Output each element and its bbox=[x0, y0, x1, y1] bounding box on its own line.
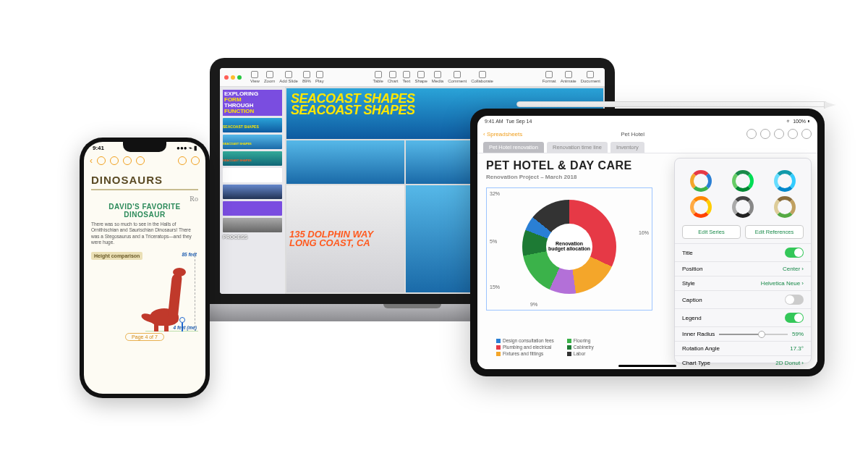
add-icon[interactable] bbox=[774, 129, 784, 139]
slide-thumb-1[interactable]: EXPLORING FORM THROUGH FUNCTION bbox=[223, 90, 282, 116]
toolbar-animate[interactable]: Animate bbox=[561, 71, 576, 83]
figure-label: Height comparison bbox=[91, 252, 142, 260]
doc-title: Pet Hotel bbox=[522, 131, 743, 138]
annotation-tall: 85 feet bbox=[182, 252, 197, 257]
chart-inspector-panel: Chart Style Data Arrange Edit Series Edi… bbox=[674, 158, 812, 363]
inner-radius-slider[interactable] bbox=[719, 334, 788, 335]
add-icon[interactable] bbox=[110, 156, 119, 165]
draw-icon[interactable] bbox=[760, 129, 770, 139]
doc-title: DINOSAURS bbox=[91, 174, 198, 190]
toolbar-comment[interactable]: Comment bbox=[448, 71, 467, 83]
toolbar-zoom[interactable]: Zoom bbox=[264, 71, 275, 83]
apple-pencil bbox=[516, 101, 827, 107]
numbers-app[interactable]: 9:41 AM Tue Sep 14 ᯤ 100% ▮ ‹ Spreadshee… bbox=[477, 116, 817, 369]
edit-references-button[interactable]: Edit References bbox=[745, 225, 804, 239]
toolbar-shape[interactable]: Shape bbox=[414, 71, 427, 83]
pages-app[interactable]: 9:41 ●●● ⌁ ▮ ‹ DINOSAURS Ro DAVID'S FAVO… bbox=[84, 142, 205, 394]
ipad-device: 9:41 AM Tue Sep 14 ᯤ 100% ▮ ‹ Spreadshee… bbox=[470, 109, 825, 376]
toolbar-zoom-pct[interactable]: 89% bbox=[302, 71, 311, 83]
tab-timeline[interactable]: Renovation time line bbox=[547, 142, 608, 153]
donut-chart[interactable]: Renovation budget allocation bbox=[522, 200, 616, 294]
edit-series-button[interactable]: Edit Series bbox=[682, 225, 741, 239]
status-time: 9:41 bbox=[93, 145, 104, 151]
chart-style-option[interactable] bbox=[732, 196, 754, 218]
slide-navigator[interactable]: EXPLORING FORM THROUGH FUNCTION SEACOAST… bbox=[220, 87, 285, 294]
toolbar-media[interactable]: Media bbox=[432, 71, 443, 83]
toolbar-chart[interactable]: Chart bbox=[388, 71, 399, 83]
row-caption: Caption bbox=[675, 290, 811, 308]
pct-label: 5% bbox=[490, 239, 497, 244]
caption-toggle[interactable] bbox=[785, 295, 804, 305]
height-comparison-figure: Height comparison 85 feet 4 feet (me) bbox=[91, 252, 198, 332]
body-paragraph: There was so much to see in the Halls of… bbox=[91, 221, 198, 246]
chart-style-option[interactable] bbox=[774, 170, 796, 192]
sheet-subtitle: Renovation Project – March 2018 bbox=[486, 174, 673, 180]
canvas-address-slide[interactable]: 135 DOLPHIN WAYLONG COAST, CA bbox=[286, 185, 404, 292]
brush-icon[interactable] bbox=[746, 129, 757, 139]
canvas-image[interactable] bbox=[286, 140, 404, 184]
slide-thumb-process[interactable]: PROCESS bbox=[223, 235, 282, 240]
chart-center-label: Renovation budget allocation bbox=[548, 241, 591, 252]
status-icons: ●●● ⌁ ▮ bbox=[176, 145, 197, 151]
sheet-title: PET HOTEL & DAY CARE bbox=[486, 159, 673, 172]
chart-legend: Design consultation fees Flooring Plumbi… bbox=[496, 338, 594, 356]
annotation-short: 4 feet (me) bbox=[173, 325, 197, 330]
slide-thumb-7[interactable] bbox=[223, 201, 282, 216]
draw-icon[interactable] bbox=[136, 156, 145, 165]
pct-label: 16% bbox=[639, 230, 649, 235]
chart-style-option[interactable] bbox=[774, 196, 796, 218]
more-icon[interactable] bbox=[801, 129, 812, 139]
sheet-tabs: Pet Hotel renovation Renovation time lin… bbox=[477, 142, 817, 153]
numbers-header: ‹ Spreadsheets Pet Hotel bbox=[477, 126, 817, 142]
pages-toolbar: ‹ bbox=[84, 153, 205, 168]
donut-chart-selected[interactable]: 32% 16% 5% 15% 9% Renovation budget allo… bbox=[486, 187, 652, 311]
home-indicator[interactable] bbox=[618, 365, 676, 367]
more-icon[interactable] bbox=[191, 156, 200, 165]
tab-inventory[interactable]: Inventory bbox=[610, 142, 644, 153]
dinosaur-silhouette bbox=[145, 266, 196, 332]
slide-thumb-6[interactable] bbox=[223, 185, 282, 199]
iphone-notch bbox=[123, 142, 166, 152]
row-position[interactable]: PositionCenter › bbox=[675, 261, 811, 276]
legend-toggle[interactable] bbox=[785, 313, 804, 323]
spreadsheet-canvas[interactable]: PET HOTEL & DAY CARE Renovation Project … bbox=[486, 159, 673, 363]
slide-thumb-4[interactable]: SEACOAST SHAPES bbox=[223, 151, 282, 166]
slide-thumb-8[interactable] bbox=[223, 218, 282, 232]
toolbar-text[interactable]: Text bbox=[402, 71, 410, 83]
slide-thumb-3[interactable]: SEACOAST SHAPES bbox=[223, 135, 282, 149]
iphone-device: 9:41 ●●● ⌁ ▮ ‹ DINOSAURS Ro DAVID'S FAVO… bbox=[80, 138, 210, 398]
toolbar-table[interactable]: Table bbox=[373, 71, 383, 83]
toolbar-format[interactable]: Format bbox=[542, 71, 556, 83]
slide-thumb-5[interactable] bbox=[223, 168, 282, 182]
chart-style-option[interactable] bbox=[690, 196, 712, 218]
back-button[interactable]: ‹ bbox=[90, 156, 93, 166]
toolbar-add-slide[interactable]: Add Slide bbox=[279, 71, 298, 83]
collab-icon[interactable] bbox=[788, 129, 798, 139]
brush-icon[interactable] bbox=[123, 156, 132, 165]
slide-thumb-2[interactable]: SEACOAST SHAPES bbox=[223, 118, 282, 132]
window-traffic-lights[interactable] bbox=[224, 75, 242, 80]
row-style[interactable]: StyleHelvetica Neue › bbox=[675, 276, 811, 290]
tab-renovation[interactable]: Pet Hotel renovation bbox=[483, 142, 544, 153]
toolbar-view[interactable]: View bbox=[250, 71, 260, 83]
handwriting-annotation: Ro bbox=[91, 195, 198, 203]
row-legend: Legend bbox=[675, 308, 811, 326]
chart-style-option[interactable] bbox=[732, 170, 754, 192]
undo-icon[interactable] bbox=[97, 156, 106, 165]
row-inner-radius: Inner Radius 59% bbox=[675, 326, 811, 341]
toolbar-document[interactable]: Document bbox=[581, 71, 600, 83]
chart-style-option[interactable] bbox=[690, 170, 712, 192]
share-icon[interactable] bbox=[178, 156, 187, 165]
section-heading: DAVID'S FAVORITE DINOSAUR bbox=[91, 203, 198, 219]
back-button[interactable]: ‹ Spreadsheets bbox=[483, 131, 522, 138]
row-chart-type[interactable]: Chart Type2D Donut › bbox=[675, 355, 811, 369]
page-indicator: Page 4 of 7 bbox=[91, 334, 198, 339]
toolbar-collaborate[interactable]: Collaborate bbox=[471, 71, 493, 83]
pct-label: 32% bbox=[490, 191, 500, 196]
chart-style-grid bbox=[675, 167, 811, 221]
title-toggle[interactable] bbox=[785, 248, 804, 258]
pages-document[interactable]: DINOSAURS Ro DAVID'S FAVORITE DINOSAUR T… bbox=[84, 168, 205, 394]
toolbar-play[interactable]: Play bbox=[315, 71, 324, 83]
row-rotation[interactable]: Rotation Angle17.3° bbox=[675, 341, 811, 355]
row-title: Title bbox=[675, 243, 811, 261]
